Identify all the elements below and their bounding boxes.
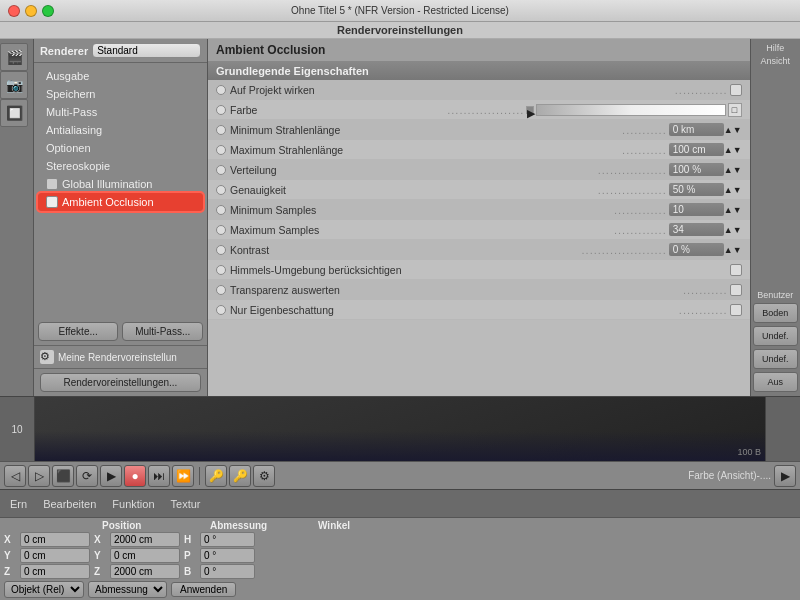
ang-b-input[interactable]	[200, 564, 255, 579]
undef1-button[interactable]: Undef.	[753, 326, 798, 346]
renderer-select[interactable]: Standard	[92, 43, 201, 58]
arrow-max-strahlen[interactable]: ▲▼	[724, 145, 742, 155]
dim-x-input[interactable]	[110, 532, 180, 547]
menu-ern[interactable]: Ern	[4, 496, 33, 512]
ang-p-input[interactable]	[200, 548, 255, 563]
toolbar-btn-3[interactable]: ⬛	[52, 465, 74, 487]
pos-z-input[interactable]	[20, 564, 90, 579]
toolbar-btn-config[interactable]: ⚙	[253, 465, 275, 487]
label-max-samples: Maximum Samples	[230, 224, 612, 236]
arrow-min-strahlen[interactable]: ▲▼	[724, 125, 742, 135]
menu-item-antialiasing[interactable]: Antialiasing	[34, 121, 207, 139]
anwenden-button[interactable]: Anwenden	[171, 582, 236, 597]
input-min-strahlen[interactable]	[669, 123, 724, 136]
menu-item-multipass[interactable]: Multi-Pass	[34, 103, 207, 121]
arrow-max-samples[interactable]: ▲▼	[724, 225, 742, 235]
input-genauigkeit[interactable]	[669, 183, 724, 196]
aus-button[interactable]: Aus	[753, 372, 798, 392]
main-row: 🎬 📷 🔲 Renderer Standard Ausgabe Speicher…	[0, 39, 800, 396]
properties-header: Grundlegende Eigenschaften	[208, 62, 750, 80]
toolbar-btn-key1[interactable]: 🔑	[205, 465, 227, 487]
label-min-samples: Minimum Samples	[230, 204, 612, 216]
toolbar-btn-key2[interactable]: 🔑	[229, 465, 251, 487]
input-verteilung[interactable]	[669, 163, 724, 176]
multipass-button[interactable]: Multi-Pass...	[122, 322, 203, 341]
checkbox-auf-projekt[interactable]	[730, 84, 742, 96]
radio-farbe[interactable]	[216, 105, 226, 115]
prop-auf-projekt: Auf Projekt wirken .............	[208, 80, 750, 100]
radio-eigenbeschattung[interactable]	[216, 305, 226, 315]
maximize-button[interactable]	[42, 5, 54, 17]
label-verteilung: Verteilung	[230, 164, 596, 176]
boden-button[interactable]: Boden	[753, 303, 798, 323]
toolbar-farbe-btn[interactable]: ▶	[774, 465, 796, 487]
checkbox-eigenbeschattung[interactable]	[730, 304, 742, 316]
dim-z-input[interactable]	[110, 564, 180, 579]
toolbar-btn-1[interactable]: ◁	[4, 465, 26, 487]
minimize-button[interactable]	[25, 5, 37, 17]
menu-item-ausgabe[interactable]: Ausgabe	[34, 67, 207, 85]
radio-kontrast[interactable]	[216, 245, 226, 255]
input-max-strahlen[interactable]	[669, 143, 724, 156]
properties-section: Grundlegende Eigenschaften Auf Projekt w…	[208, 62, 750, 320]
menu-funktion[interactable]: Funktion	[106, 496, 160, 512]
dropdown-objekt[interactable]: Objekt (Rel)	[4, 581, 84, 598]
undef2-button[interactable]: Undef.	[753, 349, 798, 369]
rendervoreinstellungen-button[interactable]: Rendervoreinstellungen...	[40, 373, 201, 392]
input-kontrast[interactable]	[669, 243, 724, 256]
color-swatch[interactable]: □	[728, 103, 742, 117]
checkbox-himmels[interactable]	[730, 264, 742, 276]
sidebar-icon-1[interactable]: 🎬	[0, 43, 28, 71]
close-button[interactable]	[8, 5, 20, 17]
prop-max-strahlen: Maximum Strahlenlänge ........... ▲▼	[208, 140, 750, 160]
radio-himmels[interactable]	[216, 265, 226, 275]
arrow-genauigkeit[interactable]: ▲▼	[724, 185, 742, 195]
menu-item-optionen[interactable]: Optionen	[34, 139, 207, 157]
pos-z-label: Z	[4, 566, 16, 577]
menu-bearbeiten[interactable]: Bearbeiten	[37, 496, 102, 512]
prop-himmels: Himmels-Umgebung berücksichtigen	[208, 260, 750, 280]
arrow-kontrast[interactable]: ▲▼	[724, 245, 742, 255]
input-min-samples[interactable]	[669, 203, 724, 216]
pos-header-position: Position	[102, 520, 202, 531]
radio-genauigkeit[interactable]	[216, 185, 226, 195]
color-picker-bar[interactable]	[536, 104, 725, 116]
menu-item-ambient[interactable]: Ambient Occlusion	[38, 193, 203, 211]
viewport-strip: 10 100 B	[0, 396, 800, 461]
radio-verteilung[interactable]	[216, 165, 226, 175]
toolbar-btn-5[interactable]: ▶	[100, 465, 122, 487]
toolbar-btn-2[interactable]: ▷	[28, 465, 50, 487]
radio-max-samples[interactable]	[216, 225, 226, 235]
radio-max-strahlen[interactable]	[216, 145, 226, 155]
toolbar-btn-7[interactable]: ⏩	[172, 465, 194, 487]
pos-y-input[interactable]	[20, 548, 90, 563]
label-himmels: Himmels-Umgebung berücksichtigen	[230, 264, 730, 276]
radio-min-samples[interactable]	[216, 205, 226, 215]
arrow-min-samples[interactable]: ▲▼	[724, 205, 742, 215]
input-max-samples[interactable]	[669, 223, 724, 236]
dropdown-abmessung[interactable]: Abmessung	[88, 581, 167, 598]
ang-p-label: P	[184, 550, 196, 561]
dim-y-input[interactable]	[110, 548, 180, 563]
sidebar-icon-3[interactable]: 🔲	[0, 99, 28, 127]
menu-item-stereoskopie[interactable]: Stereoskopie	[34, 157, 207, 175]
menu-textur[interactable]: Textur	[165, 496, 207, 512]
ang-h-input[interactable]	[200, 532, 255, 547]
checkbox-transparenz[interactable]	[730, 284, 742, 296]
arrow-verteilung[interactable]: ▲▼	[724, 165, 742, 175]
pos-row-y: Y Y P	[4, 548, 796, 563]
pos-x-input[interactable]	[20, 532, 90, 547]
toolbar-btn-4[interactable]: ⟳	[76, 465, 98, 487]
radio-min-strahlen[interactable]	[216, 125, 226, 135]
sidebar-icon-2[interactable]: 📷	[0, 71, 28, 99]
menu-item-speichern[interactable]: Speichern	[34, 85, 207, 103]
radio-transparenz[interactable]	[216, 285, 226, 295]
menu-item-global[interactable]: Global Illumination	[34, 175, 207, 193]
color-arrow: ▶	[526, 106, 534, 114]
toolbar-btn-6[interactable]: ⏭	[148, 465, 170, 487]
radio-auf-projekt[interactable]	[216, 85, 226, 95]
effekte-button[interactable]: Effekte...	[38, 322, 119, 341]
label-kontrast: Kontrast	[230, 244, 580, 256]
subtitle-text: Rendervoreinstellungen	[337, 24, 463, 36]
toolbar-btn-record[interactable]: ●	[124, 465, 146, 487]
